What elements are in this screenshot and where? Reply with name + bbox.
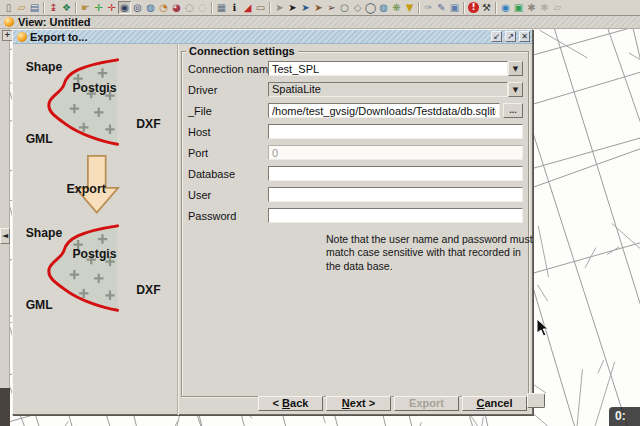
cancel-button[interactable]: Cancel	[462, 396, 527, 411]
zoom-pixel-icon[interactable]: ◕	[170, 1, 183, 14]
zoom-extent-icon[interactable]: ✛	[92, 1, 105, 14]
wizard-buttons: < Back Next > Export Cancel	[258, 396, 527, 411]
zoom-next-icon[interactable]: ◌	[196, 1, 209, 14]
zoom-layer-icon[interactable]: ◍	[144, 1, 157, 14]
toolbar-separator	[269, 2, 271, 14]
gvsig-icon	[4, 17, 14, 27]
database-field	[268, 166, 523, 181]
export-button[interactable]: Export	[394, 396, 459, 411]
measure-distance-icon[interactable]: ▭	[254, 1, 267, 14]
field-label: Driver	[188, 84, 268, 96]
format-diagram-panel: Shape Postgis GML DXF Export Shape Postg…	[13, 44, 178, 415]
maximize-icon[interactable]: ↗	[505, 31, 516, 42]
select-rectangle-icon[interactable]: ➢	[325, 1, 338, 14]
send-icon[interactable]: ▱	[551, 1, 564, 14]
label-export: Export	[67, 182, 106, 196]
form-row-database: Database	[188, 163, 523, 184]
close-icon[interactable]: ✕	[519, 31, 530, 42]
label-shape: Shape	[26, 60, 63, 74]
toolbar-separator	[418, 2, 420, 14]
new-document-icon[interactable]: ▯	[2, 1, 15, 14]
file-field: ...	[268, 103, 523, 118]
select-buffer-icon[interactable]: ◯	[364, 1, 377, 14]
select-map-icon[interactable]: ◍	[377, 1, 390, 14]
credentials-note: Note that the user name and password mus…	[326, 233, 534, 273]
error-log-icon[interactable]: !	[468, 2, 479, 13]
hyperlink-icon[interactable]: ✑	[422, 1, 435, 14]
port-input[interactable]	[268, 145, 523, 160]
main-toolbar: ▯▱▤↨❖☛✛✛◉◎◍◔◕◌◌▦ℹ◢▭➤➤➤➤➢○◇◯◍❋▼✑✎▣!⚒◉▣✱✱▱	[0, 0, 640, 16]
connection-name-input[interactable]	[268, 61, 508, 76]
form-row-file: _File...	[188, 100, 523, 121]
dialog-titlebar[interactable]: Export to... ↙ ↗ ✕	[13, 30, 532, 44]
form-row-host: Host	[188, 121, 523, 142]
panel-collapse-button[interactable]: ◄	[0, 228, 10, 244]
file-input[interactable]	[268, 103, 500, 118]
selection-tools-icon[interactable]: ➤	[273, 1, 286, 14]
label-dxf: DXF	[136, 117, 160, 131]
select-brush-icon[interactable]: ❋	[390, 1, 403, 14]
next-button[interactable]: Next >	[326, 396, 391, 411]
user-field	[268, 187, 523, 202]
password-input[interactable]	[268, 208, 523, 223]
measure-area-icon[interactable]: ◢	[241, 1, 254, 14]
user-input[interactable]	[268, 187, 523, 202]
overview-window-icon[interactable]: ▣	[448, 1, 461, 14]
edit-icon[interactable]: ✎	[435, 1, 448, 14]
export-dialog: Export to... ↙ ↗ ✕ Shape Postgis GML DXF…	[12, 29, 533, 415]
zoom-in-icon[interactable]: ◉	[118, 1, 131, 14]
save-icon[interactable]: ▤	[28, 1, 41, 14]
host-field	[268, 124, 523, 139]
zoom-out-icon[interactable]: ◎	[131, 1, 144, 14]
select-add-icon[interactable]: ➤	[299, 1, 312, 14]
form-row-port: Port	[188, 142, 523, 163]
back-button[interactable]: < Back	[258, 396, 323, 411]
attribute-table-icon[interactable]: ▦	[215, 1, 228, 14]
select-polygon-icon[interactable]: ◇	[351, 1, 364, 14]
map-corner-button[interactable]	[527, 393, 545, 408]
minimize-icon[interactable]: ↙	[491, 31, 502, 42]
add-layer-icon[interactable]: ❖	[60, 1, 73, 14]
pan-icon[interactable]: ☛	[79, 1, 92, 14]
form-rows: Connection name▼DriverSpatiaLite▼_File..…	[188, 58, 523, 226]
screen-icon[interactable]: ▣	[512, 1, 525, 14]
tools-icon[interactable]: ⚒	[480, 1, 493, 14]
info-icon[interactable]: ℹ	[228, 1, 241, 14]
toolbar-separator	[43, 2, 45, 14]
driver-combo[interactable]: SpatiaLite	[268, 82, 508, 97]
dialog-title: Export to...	[30, 31, 488, 43]
select-layer-icon[interactable]: ➤	[312, 1, 325, 14]
connection-name-dropdown-icon[interactable]: ▼	[508, 61, 523, 76]
field-label: Host	[188, 126, 268, 138]
database-input[interactable]	[268, 166, 523, 181]
select-icon[interactable]: ➤	[286, 1, 299, 14]
form-row-connection-name: Connection name▼	[188, 58, 523, 79]
map-dark-region	[0, 388, 10, 426]
file-browse-button[interactable]: ...	[503, 103, 523, 118]
zoom-selection-icon[interactable]: ◔	[157, 1, 170, 14]
driver-dropdown-icon[interactable]: ▼	[508, 82, 523, 97]
plugins-icon[interactable]: ✱	[538, 1, 551, 14]
connection-settings-panel: Connection settings Connection name▼Driv…	[178, 44, 532, 415]
field-label: Port	[188, 147, 268, 159]
toolbar-separator	[495, 2, 497, 14]
field-label: User	[188, 189, 268, 201]
field-label: Database	[188, 168, 268, 180]
form-row-driver: DriverSpatiaLite▼	[188, 79, 523, 100]
zoom-previous-icon[interactable]: ◌	[183, 1, 196, 14]
field-label: _File	[188, 105, 268, 117]
filter-icon[interactable]: ▼	[403, 1, 416, 14]
add-event-layer-icon[interactable]: ↨	[47, 1, 60, 14]
settings-icon[interactable]: ✱	[525, 1, 538, 14]
label-postgis: Postgis	[73, 81, 117, 95]
web-globe-icon[interactable]: ◉	[499, 1, 512, 14]
mouse-cursor-icon	[536, 318, 550, 337]
host-input[interactable]	[268, 124, 523, 139]
form-row-password: Password	[188, 205, 523, 226]
form-row-user: User	[188, 184, 523, 205]
port-field	[268, 145, 523, 160]
zoom-redraw-icon[interactable]: ✛	[105, 1, 118, 14]
open-project-icon[interactable]: ▱	[15, 1, 28, 14]
select-circle-icon[interactable]: ○	[338, 1, 351, 14]
toolbar-separator	[463, 2, 465, 14]
